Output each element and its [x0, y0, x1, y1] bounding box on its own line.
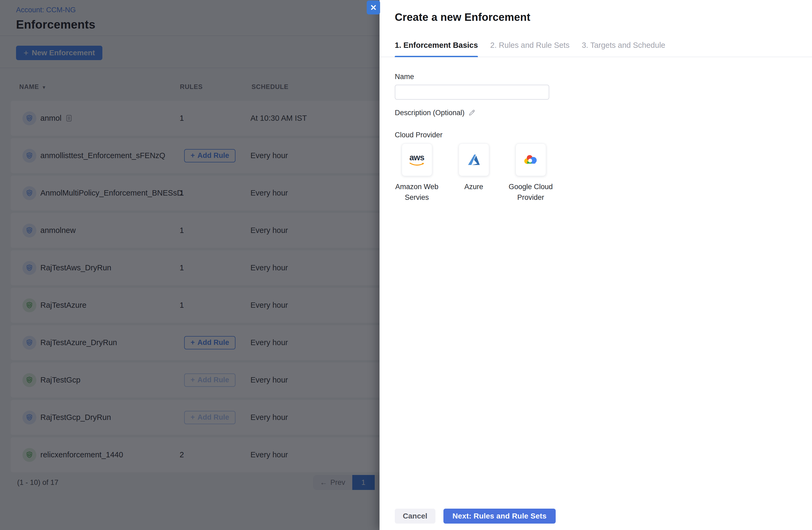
drawer-footer: Cancel Next: Rules and Rule Sets: [395, 509, 556, 524]
provider-option-azure: Azure: [445, 144, 502, 203]
next-rules-button[interactable]: Next: Rules and Rule Sets: [444, 509, 556, 524]
gcp-logo-icon: [523, 153, 539, 166]
provider-label: Azure: [464, 181, 483, 192]
wizard-tabs: 1. Enforcement Basics 2. Rules and Rule …: [395, 41, 796, 57]
tab-enforcement-basics[interactable]: 1. Enforcement Basics: [395, 41, 478, 57]
cloud-provider-label: Cloud Provider: [395, 131, 796, 139]
provider-option-aws: aws Amazon Web Servies: [388, 144, 445, 203]
edit-pencil-icon[interactable]: [468, 109, 476, 117]
aws-logo-icon: aws: [409, 153, 424, 162]
description-label: Description (Optional): [395, 109, 465, 117]
provider-option-gcp: Google Cloud Provider: [502, 144, 559, 203]
azure-card[interactable]: [459, 144, 489, 176]
name-label: Name: [395, 73, 414, 81]
aws-card[interactable]: aws: [402, 144, 432, 176]
drawer-title: Create a new Enforcement: [395, 11, 796, 23]
create-enforcement-drawer: Create a new Enforcement 1. Enforcement …: [379, 0, 812, 530]
aws-smile-icon: [409, 162, 425, 166]
cancel-button[interactable]: Cancel: [395, 509, 435, 524]
tab-rules-and-rule-sets[interactable]: 2. Rules and Rule Sets: [490, 41, 569, 57]
cloud-provider-options: aws Amazon Web Servies: [388, 144, 796, 203]
azure-logo-icon: [466, 153, 481, 167]
gcp-card[interactable]: [516, 144, 546, 176]
screen: Account: CCM-NG Enforcements + New Enfor…: [0, 0, 812, 530]
close-icon: ✕: [370, 3, 377, 12]
provider-label: Amazon Web Servies: [390, 181, 444, 203]
close-drawer-button[interactable]: ✕: [367, 1, 380, 14]
name-input[interactable]: [395, 85, 549, 100]
enforcement-basics-form: Name Description (Optional) Cloud Provid…: [395, 73, 796, 203]
tab-targets-and-schedule[interactable]: 3. Targets and Schedule: [582, 41, 665, 57]
provider-label: Google Cloud Provider: [504, 181, 557, 203]
